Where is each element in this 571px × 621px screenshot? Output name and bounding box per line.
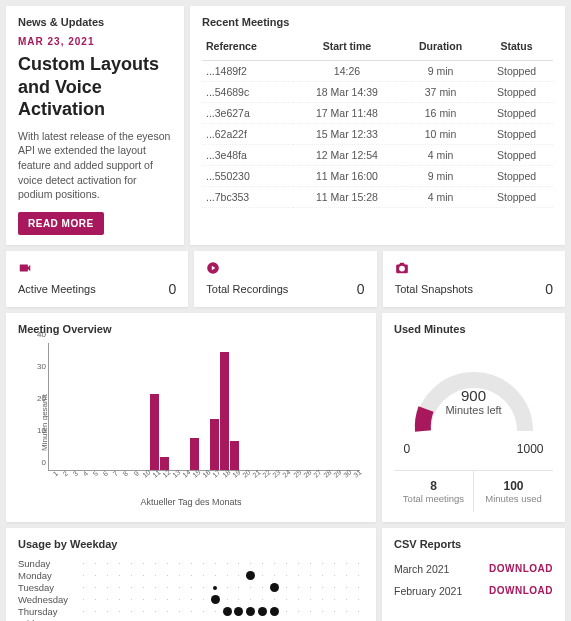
punch-cell [221, 563, 233, 564]
punch-cell [138, 575, 150, 576]
punch-cell [305, 575, 317, 576]
punch-cell [293, 611, 305, 612]
punch-cell [114, 563, 126, 564]
punch-cell [245, 563, 257, 564]
gauge-label: Minutes left [409, 404, 539, 416]
punch-cell [257, 599, 269, 600]
usage-weekday-title: Usage by Weekday [18, 538, 364, 550]
download-button[interactable]: DOWNLOAD [489, 563, 553, 574]
punch-cell [90, 599, 102, 600]
punch-cell [257, 587, 269, 588]
punch-cell [102, 611, 114, 612]
table-row[interactable]: ...3e48fa12 Mar 12:544 minStopped [202, 145, 553, 166]
punch-cell [352, 563, 364, 564]
table-cell: 11 Mar 16:00 [293, 166, 401, 187]
punch-cell [90, 611, 102, 612]
punch-cell [161, 599, 173, 600]
punch-cell [281, 587, 293, 588]
punch-cell [197, 611, 209, 612]
weekday-label: Thursday [18, 606, 78, 617]
video-icon [18, 261, 32, 275]
punch-cell [197, 599, 209, 600]
punch-dot [211, 595, 220, 604]
punch-row: Thursday [18, 606, 364, 618]
table-row[interactable]: ...7bc35311 Mar 15:284 minStopped [202, 187, 553, 208]
punch-cell [340, 575, 352, 576]
used-minutes-title: Used Minutes [394, 323, 553, 335]
punch-cell [173, 611, 185, 612]
punch-cell [185, 611, 197, 612]
weekday-label: Wednesday [18, 594, 78, 605]
table-cell: 10 min [401, 124, 480, 145]
punch-cell [257, 611, 269, 612]
punch-cell [209, 575, 221, 576]
table-cell: ...54689c [202, 82, 293, 103]
punch-cell [269, 575, 281, 576]
table-row[interactable]: ...3e627a17 Mar 11:4816 minStopped [202, 103, 553, 124]
table-row[interactable]: ...1489f214:269 minStopped [202, 61, 553, 82]
table-cell: 4 min [401, 145, 480, 166]
punch-cell [126, 575, 138, 576]
punch-cell [340, 587, 352, 588]
y-tick: 30 [30, 361, 46, 370]
punch-cell [185, 563, 197, 564]
read-more-button[interactable]: READ MORE [18, 212, 104, 235]
table-header: Duration [401, 36, 480, 61]
punch-cell [78, 611, 90, 612]
punch-cell [245, 587, 257, 588]
total-recordings-label: Total Recordings [206, 283, 288, 295]
punch-dot [258, 607, 267, 616]
report-row: February 2021DOWNLOAD [394, 580, 553, 602]
punch-cell [233, 599, 245, 600]
weekday-label: Sunday [18, 558, 78, 569]
punch-cell [173, 587, 185, 588]
punch-cell [340, 611, 352, 612]
table-row[interactable]: ...54689c18 Mar 14:3937 minStopped [202, 82, 553, 103]
weekday-label: Tuesday [18, 582, 78, 593]
chart-bar [230, 441, 239, 470]
y-tick: 0 [30, 457, 46, 466]
punch-dot [246, 571, 255, 580]
chart-bar [220, 352, 229, 469]
punch-cell [245, 599, 257, 600]
punch-cell [305, 587, 317, 588]
punch-cell [257, 575, 269, 576]
punch-cell [150, 575, 162, 576]
punch-cell [150, 587, 162, 588]
punch-cell [90, 587, 102, 588]
punch-cell [114, 611, 126, 612]
punch-cell [305, 599, 317, 600]
download-button[interactable]: DOWNLOAD [489, 585, 553, 596]
punch-cell [197, 587, 209, 588]
total-recordings-card: Total Recordings 0 [194, 251, 376, 307]
punch-cell [316, 599, 328, 600]
punch-cell [126, 563, 138, 564]
punch-cell [185, 599, 197, 600]
table-cell: ...1489f2 [202, 61, 293, 82]
table-cell: 16 min [401, 103, 480, 124]
punch-cell [281, 563, 293, 564]
punch-cell [185, 587, 197, 588]
table-row[interactable]: ...62a22f15 Mar 12:3310 minStopped [202, 124, 553, 145]
table-cell: Stopped [480, 82, 553, 103]
punch-cell [257, 563, 269, 564]
punch-cell [221, 611, 233, 612]
punch-cell [90, 575, 102, 576]
punch-cell [328, 563, 340, 564]
chart-bar [150, 394, 159, 470]
minutes-used-lbl: Minutes used [478, 493, 549, 504]
punch-cell [102, 575, 114, 576]
news-date: MAR 23, 2021 [18, 36, 172, 47]
punch-cell [281, 575, 293, 576]
punch-cell [161, 563, 173, 564]
total-snapshots-card: Total Snapshots 0 [383, 251, 565, 307]
punch-cell [90, 563, 102, 564]
punch-cell [328, 575, 340, 576]
table-cell: 17 Mar 11:48 [293, 103, 401, 124]
news-card: News & Updates MAR 23, 2021 Custom Layou… [6, 6, 184, 245]
punch-cell [316, 563, 328, 564]
table-row[interactable]: ...55023011 Mar 16:009 minStopped [202, 166, 553, 187]
punch-cell [138, 611, 150, 612]
punch-cell [352, 587, 364, 588]
punch-cell [293, 563, 305, 564]
